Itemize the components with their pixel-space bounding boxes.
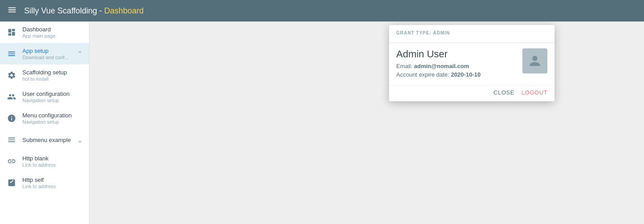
user-expire: Account expire date: 2020-10-10 [396, 71, 522, 78]
http-blank-sublabel: Link to address [22, 162, 83, 168]
user-email: Email: admin@nomail.com [396, 63, 522, 69]
info-icon [6, 113, 17, 124]
popup-header: GRANT TYPE: ADMIN [389, 25, 555, 43]
user-config-sublabel: Navigation setup [22, 98, 83, 103]
http-self-sublabel: Link to address [22, 184, 83, 189]
hamburger-icon[interactable] [7, 5, 17, 17]
link-icon [6, 156, 17, 167]
sidebar-item-app-setup[interactable]: App setup Download and conf... ⌃ [0, 43, 89, 65]
menu-config-sublabel: Navigation setup [22, 119, 83, 125]
person-icon [6, 91, 17, 102]
submenu-label: Submenu example [22, 137, 77, 143]
user-name: Admin User [396, 48, 522, 60]
content-area: GRANT TYPE: ADMIN Admin User Email: admi… [89, 22, 644, 224]
gear-icon [6, 70, 17, 81]
app-header: Silly Vue Scaffolding - Dashboard [0, 0, 644, 22]
logout-button[interactable]: LOGOUT [521, 89, 547, 96]
sidebar-item-http-self[interactable]: Http self Link to address [0, 172, 89, 194]
popup-body: Admin User Email: admin@nomail.com Accou… [389, 43, 555, 85]
sidebar-item-dashboard[interactable]: Dashboard App main page [0, 22, 89, 43]
sidebar: Dashboard App main page App setup Downlo… [0, 22, 89, 224]
avatar [522, 48, 547, 73]
app-setup-label: App setup [22, 47, 77, 54]
http-blank-label: Http blank [22, 155, 83, 162]
scaffolding-label: Scaffolding setup [22, 69, 83, 76]
chevron-down-icon: ⌄ [77, 136, 83, 144]
popup-actions: CLOSE LOGOUT [389, 85, 555, 101]
sidebar-item-user-configuration[interactable]: User configuration Navigation setup [0, 86, 89, 108]
main-layout: Dashboard App main page App setup Downlo… [0, 22, 644, 224]
header-title: Silly Vue Scaffolding - Dashboard [24, 6, 144, 16]
chevron-up-icon: ⌃ [77, 50, 83, 58]
grant-type-label: GRANT TYPE: ADMIN [396, 30, 547, 35]
sidebar-item-scaffolding-setup[interactable]: Scaffolding setup hot to install [0, 65, 89, 86]
user-popup: GRANT TYPE: ADMIN Admin User Email: admi… [389, 25, 555, 101]
menu-list-icon [6, 134, 17, 145]
menu-config-label: Menu configuration [22, 112, 83, 119]
sidebar-item-http-blank[interactable]: Http blank Link to address [0, 151, 89, 172]
app-setup-sublabel: Download and conf... [22, 55, 77, 60]
app-setup-icon [6, 48, 17, 59]
http-self-label: Http self [22, 177, 83, 183]
user-config-label: User configuration [22, 90, 83, 97]
dashboard-sublabel: App main page [22, 33, 83, 39]
dashboard-icon [6, 27, 17, 38]
link-self-icon [6, 177, 17, 188]
sidebar-item-submenu-example[interactable]: Submenu example ⌄ [0, 129, 89, 151]
user-info: Admin User Email: admin@nomail.com Accou… [396, 48, 522, 78]
sidebar-item-menu-configuration[interactable]: Menu configuration Navigation setup [0, 108, 89, 129]
scaffolding-sublabel: hot to install [22, 76, 83, 82]
dashboard-label: Dashboard [22, 26, 83, 33]
close-button[interactable]: CLOSE [494, 89, 515, 96]
